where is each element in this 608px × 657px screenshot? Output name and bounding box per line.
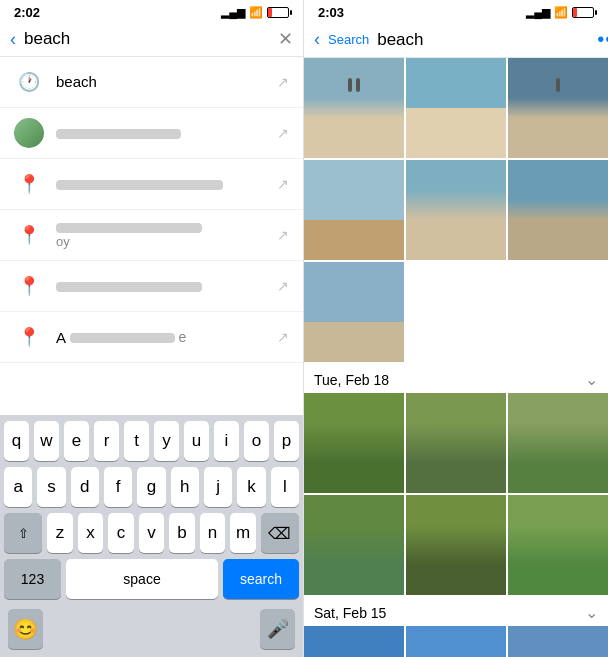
- back-button-left[interactable]: ‹: [10, 29, 16, 50]
- list-item[interactable]: 📍 A e ↗: [0, 312, 303, 363]
- key-l[interactable]: l: [271, 467, 299, 507]
- wifi-icon-right: 📶: [554, 6, 568, 19]
- search-key[interactable]: search: [223, 559, 299, 599]
- key-y[interactable]: y: [154, 421, 179, 461]
- suggestion-text: [56, 280, 265, 292]
- num-key[interactable]: 123: [4, 559, 61, 599]
- photos-scroll[interactable]: Tue, Feb 18 ⌄ Sat, Feb 15 ⌄: [304, 58, 608, 657]
- right-panel: 2:03 ▂▄▆ 📶 ‹ Search •••: [304, 0, 608, 657]
- key-r[interactable]: r: [94, 421, 119, 461]
- status-icons-left: ▂▄▆ 📶: [221, 6, 289, 19]
- delete-key[interactable]: ⌫: [261, 513, 299, 553]
- key-s[interactable]: s: [37, 467, 65, 507]
- photo-cell[interactable]: [304, 495, 404, 595]
- pin-icon: 📍: [14, 322, 44, 352]
- key-i[interactable]: i: [214, 421, 239, 461]
- status-bar-left: 2:02 ▂▄▆ 📶: [0, 0, 303, 22]
- photo-cell[interactable]: [508, 626, 608, 657]
- key-b[interactable]: b: [169, 513, 195, 553]
- photo-cell[interactable]: [406, 495, 506, 595]
- list-item[interactable]: 📍 oy ↗: [0, 210, 303, 261]
- key-h[interactable]: h: [171, 467, 199, 507]
- battery-icon-right: [572, 7, 594, 18]
- list-item[interactable]: 📍 ↗: [0, 261, 303, 312]
- chevron-down-icon[interactable]: ⌄: [585, 370, 598, 389]
- signal-icon-right: ▂▄▆: [526, 6, 550, 19]
- photo-cell[interactable]: [508, 58, 608, 158]
- suggestion-text: A e: [56, 329, 265, 346]
- list-item[interactable]: ↗: [0, 108, 303, 159]
- search-title: Search: [328, 32, 369, 47]
- key-t[interactable]: t: [124, 421, 149, 461]
- clear-button[interactable]: ✕: [278, 28, 293, 50]
- photo-cell[interactable]: [406, 626, 506, 657]
- blurred-location: [70, 333, 175, 343]
- key-o[interactable]: o: [244, 421, 269, 461]
- space-key[interactable]: space: [66, 559, 218, 599]
- key-z[interactable]: z: [47, 513, 73, 553]
- time-left: 2:02: [14, 5, 40, 20]
- key-e[interactable]: e: [64, 421, 89, 461]
- more-button[interactable]: •••: [597, 28, 608, 51]
- clock-icon: 🕐: [14, 67, 44, 97]
- blurred-location: [56, 282, 202, 292]
- photo-cell[interactable]: [304, 262, 404, 362]
- blurred-location: [56, 180, 223, 190]
- key-k[interactable]: k: [237, 467, 265, 507]
- key-p[interactable]: p: [274, 421, 299, 461]
- key-c[interactable]: c: [108, 513, 134, 553]
- suggestion-text: beach: [56, 73, 265, 91]
- arrow-icon: ↗: [277, 74, 289, 90]
- list-item[interactable]: 📍 ↗: [0, 159, 303, 210]
- key-x[interactable]: x: [78, 513, 104, 553]
- time-right: 2:03: [318, 5, 344, 20]
- pin-icon: 📍: [14, 220, 44, 250]
- mic-key[interactable]: 🎤: [260, 609, 295, 649]
- search-bar-left: ‹ ✕: [0, 22, 303, 57]
- key-g[interactable]: g: [137, 467, 165, 507]
- photo-cell[interactable]: [304, 160, 404, 260]
- search-input-left[interactable]: [24, 29, 270, 49]
- keyboard-row-3: ⇧ z x c v b n m ⌫: [4, 513, 299, 553]
- photo-cell[interactable]: [508, 393, 608, 493]
- key-q[interactable]: q: [4, 421, 29, 461]
- photo-cell[interactable]: [406, 393, 506, 493]
- back-button-right[interactable]: ‹: [314, 29, 320, 50]
- photo-cell[interactable]: [304, 58, 404, 158]
- pin-icon: 📍: [14, 169, 44, 199]
- shift-key[interactable]: ⇧: [4, 513, 42, 553]
- list-item[interactable]: 🕐 beach ↗: [0, 57, 303, 108]
- photo-cell[interactable]: [406, 160, 506, 260]
- emoji-key[interactable]: 😊: [8, 609, 43, 649]
- key-m[interactable]: m: [230, 513, 256, 553]
- photo-cell[interactable]: [304, 393, 404, 493]
- avatar-icon: [14, 118, 44, 148]
- photo-cell[interactable]: [406, 58, 506, 158]
- key-w[interactable]: w: [34, 421, 59, 461]
- key-n[interactable]: n: [200, 513, 226, 553]
- suggestions-list: 🕐 beach ↗ ↗ 📍 ↗: [0, 57, 303, 415]
- key-d[interactable]: d: [71, 467, 99, 507]
- pin-icon: 📍: [14, 271, 44, 301]
- status-bar-right: 2:03 ▂▄▆ 📶: [304, 0, 608, 22]
- signal-icon-left: ▂▄▆: [221, 6, 245, 19]
- keyboard-bottom-bar: 😊 🎤: [4, 605, 299, 653]
- photo-cell[interactable]: [508, 495, 608, 595]
- photo-cell[interactable]: [508, 160, 608, 260]
- arrow-icon: ↗: [277, 125, 289, 141]
- search-bar-right: ‹ Search •••: [304, 22, 608, 58]
- arrow-icon: ↗: [277, 329, 289, 345]
- key-u[interactable]: u: [184, 421, 209, 461]
- key-v[interactable]: v: [139, 513, 165, 553]
- photo-grid-top: [304, 58, 608, 362]
- search-input-right[interactable]: [377, 30, 589, 50]
- photo-grid-sky: [304, 626, 608, 657]
- key-f[interactable]: f: [104, 467, 132, 507]
- chevron-down-icon[interactable]: ⌄: [585, 603, 598, 622]
- section-date: Tue, Feb 18: [314, 372, 389, 388]
- wifi-icon-left: 📶: [249, 6, 263, 19]
- keyboard-row-4: 123 space search: [4, 559, 299, 599]
- key-a[interactable]: a: [4, 467, 32, 507]
- photo-cell[interactable]: [304, 626, 404, 657]
- key-j[interactable]: j: [204, 467, 232, 507]
